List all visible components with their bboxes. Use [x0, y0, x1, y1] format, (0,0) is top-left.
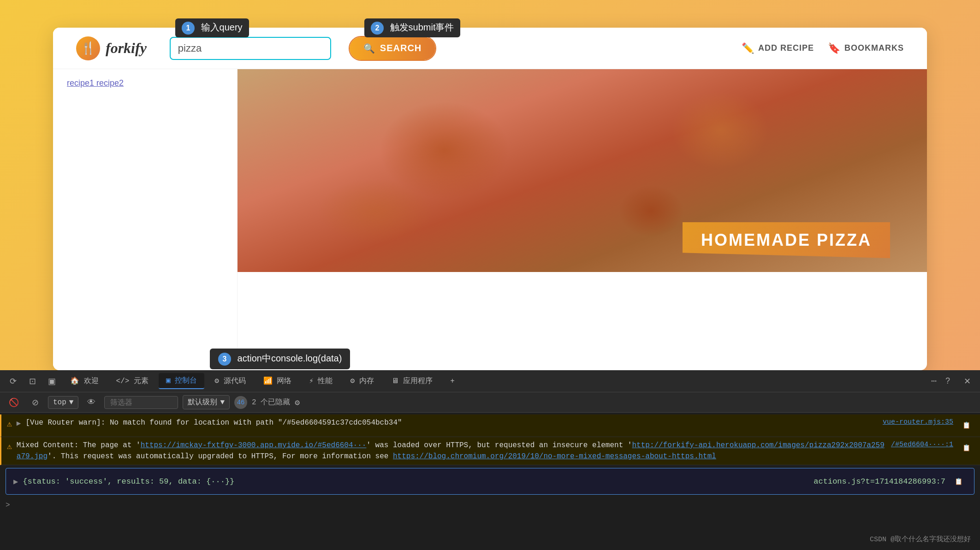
- console-eye-icon[interactable]: 👁: [83, 394, 100, 411]
- devtools-close-icon[interactable]: ✕: [959, 373, 975, 390]
- tab-welcome[interactable]: 🏠 欢迎: [63, 373, 106, 389]
- tab-more[interactable]: +: [443, 374, 462, 388]
- logo-area: 🍴 forkify: [76, 36, 147, 60]
- tooltip-text-1: 输入query: [201, 22, 243, 32]
- add-recipe-label: ADD RECIPE: [758, 43, 814, 53]
- level-label: 默认级别: [188, 397, 217, 407]
- tab-sources-label: 源代码: [224, 377, 246, 385]
- tab-welcome-label: 欢迎: [84, 377, 99, 385]
- tab-console-label: 控制台: [175, 377, 197, 385]
- tab-performance[interactable]: ⚡ 性能: [302, 373, 340, 389]
- bookmarks-icon: 🔖: [828, 42, 841, 54]
- pizza-image: HOMEMADE PIZZA: [238, 69, 927, 272]
- devtools-sidebar-icon[interactable]: ▣: [43, 373, 60, 390]
- level-selector[interactable]: 默认级别 ▼: [183, 395, 230, 409]
- main-content: HOMEMADE PIZZA: [238, 69, 927, 370]
- expand-icon-1[interactable]: ▶: [17, 418, 21, 429]
- app-container: 🍴 forkify 🔍 SEARCH ✏️ ADD RECIPE 🔖 BOOKM…: [53, 28, 927, 370]
- memory-icon: ⚙: [350, 377, 355, 385]
- console-warn-2-text: Mixed Content: The page at 'https://imck…: [17, 440, 886, 462]
- warn-icon-1: ⚠: [7, 418, 12, 431]
- devtools-capture-icon[interactable]: ⊡: [24, 373, 41, 390]
- devtools-tabs-bar: ⟳ ⊡ ▣ 🏠 欢迎 </> 元素 ▣ 控制台 ⚙ 源代码 📶 网络 ⚡ 性能: [0, 370, 980, 392]
- tab-elements-label: 元素: [134, 377, 148, 385]
- tooltip-console-log: 3 action中console.log(data): [210, 349, 350, 369]
- tab-network[interactable]: 📶 网络: [256, 373, 299, 389]
- tooltip-text-3: action中console.log(data): [238, 353, 342, 363]
- sources-icon: ⚙: [214, 377, 219, 385]
- content-area: recipe1 recipe2 HOMEMADE PIZZA: [53, 69, 927, 370]
- scope-selector[interactable]: top ▼: [48, 396, 78, 409]
- attribution-text: CSDN @取个什么名字我还没想好: [870, 535, 971, 544]
- elements-icon: </>: [116, 377, 130, 385]
- tab-application-label: 应用程序: [403, 377, 433, 385]
- search-icon: 🔍: [363, 43, 375, 54]
- search-button[interactable]: 🔍 SEARCH: [350, 37, 435, 60]
- tab-network-label: 网络: [277, 377, 291, 385]
- tooltip-badge-3: 3: [218, 353, 231, 366]
- search-input-wrapper: [170, 37, 331, 60]
- console-messages: ⚠ ▶ [Vue Router warn]: No match found fo…: [0, 413, 980, 550]
- tooltip-submit-event: 2 触发submit事件: [364, 18, 460, 37]
- scope-label: top: [53, 398, 66, 407]
- tooltip-badge-1: 1: [182, 22, 195, 35]
- tooltip-query-input: 1 输入query: [175, 18, 249, 37]
- application-icon: 🖥: [392, 377, 399, 385]
- tab-memory-label: 内存: [359, 377, 374, 385]
- console-warn-1-text: [Vue Router warn]: No match found for lo…: [25, 417, 878, 428]
- console-input-line: >: [0, 497, 980, 513]
- settings-icon[interactable]: ⚙: [295, 397, 300, 408]
- console-prompt: >: [6, 501, 10, 509]
- tab-performance-label: 性能: [318, 377, 333, 385]
- code-output-link[interactable]: actions.js?t=1714184286993:7: [814, 477, 945, 486]
- devtools-help-icon[interactable]: ?: [939, 373, 956, 390]
- console-warn-1-link[interactable]: vue-router.mjs:35: [883, 417, 953, 428]
- performance-icon: ⚡: [309, 377, 314, 385]
- devtools-more-options[interactable]: ⋯: [931, 375, 937, 387]
- scope-dropdown-icon: ▼: [69, 398, 74, 407]
- devtools-toolbar: 🚫 ⊘ top ▼ 👁 默认级别 ▼ 46 2 个已隐藏 ⚙: [0, 392, 980, 413]
- pizza-label: HOMEMADE PIZZA: [683, 222, 890, 258]
- search-button-label: SEARCH: [380, 43, 422, 53]
- tooltip-badge-2: 2: [371, 22, 384, 35]
- add-recipe-button[interactable]: ✏️ ADD RECIPE: [742, 42, 814, 54]
- copy-icon-2[interactable]: 📋: [958, 440, 974, 456]
- console-warn-1: ⚠ ▶ [Vue Router warn]: No match found fo…: [0, 414, 980, 437]
- console-filter-input[interactable]: [104, 396, 178, 409]
- copy-icon-code[interactable]: 📋: [950, 473, 967, 490]
- tab-application[interactable]: 🖥 应用程序: [384, 373, 440, 389]
- console-icon: ▣: [166, 377, 171, 385]
- console-code-output: ▶ {status: 'success', results: 59, data:…: [6, 468, 974, 495]
- network-icon: 📶: [263, 377, 273, 385]
- sidebar-links[interactable]: recipe1 recipe2: [67, 78, 223, 88]
- bookmarks-button[interactable]: 🔖 BOOKMARKS: [828, 42, 904, 54]
- tab-elements[interactable]: </> 元素: [109, 373, 156, 389]
- hidden-count: 2 个已隐藏: [252, 397, 290, 407]
- level-dropdown-icon: ▼: [220, 398, 225, 407]
- devtools-panel: ⟳ ⊡ ▣ 🏠 欢迎 </> 元素 ▣ 控制台 ⚙ 源代码 📶 网络 ⚡ 性能: [0, 370, 980, 550]
- console-filter-icon[interactable]: ⊘: [27, 394, 43, 411]
- message-count: 46: [237, 399, 245, 406]
- sidebar: recipe1 recipe2: [53, 69, 238, 370]
- code-output-text: {status: 'success', results: 59, data: {…: [23, 477, 234, 486]
- tab-memory[interactable]: ⚙ 内存: [343, 373, 381, 389]
- tab-console[interactable]: ▣ 控制台: [159, 373, 204, 389]
- console-warn-2: ⚠ Mixed Content: The page at 'https://im…: [0, 437, 980, 465]
- logo-text: forkify: [106, 40, 147, 57]
- message-count-badge[interactable]: 46: [234, 396, 247, 409]
- header-actions: ✏️ ADD RECIPE 🔖 BOOKMARKS: [742, 42, 904, 54]
- link-info[interactable]: https://blog.chromium.org/2019/10/no-mor…: [393, 452, 716, 461]
- copy-icon-1[interactable]: 📋: [958, 417, 974, 434]
- tooltip-text-2: 触发submit事件: [390, 22, 454, 32]
- search-input[interactable]: [170, 37, 331, 60]
- link-page[interactable]: https://imckay-fxtfgv-3000.app.myide.io/…: [141, 441, 367, 449]
- warn-icon-2: ⚠: [7, 441, 12, 453]
- bookmarks-label: BOOKMARKS: [844, 43, 904, 53]
- expand-arrow-code[interactable]: ▶: [13, 477, 18, 486]
- console-warn-2-link[interactable]: /#5ed6604····:1: [891, 440, 953, 450]
- home-icon: 🏠: [70, 377, 79, 385]
- add-recipe-icon: ✏️: [742, 42, 754, 54]
- console-clear-icon[interactable]: 🚫: [6, 394, 22, 411]
- tab-sources[interactable]: ⚙ 源代码: [207, 373, 253, 389]
- devtools-toggle-icon[interactable]: ⟳: [5, 373, 21, 390]
